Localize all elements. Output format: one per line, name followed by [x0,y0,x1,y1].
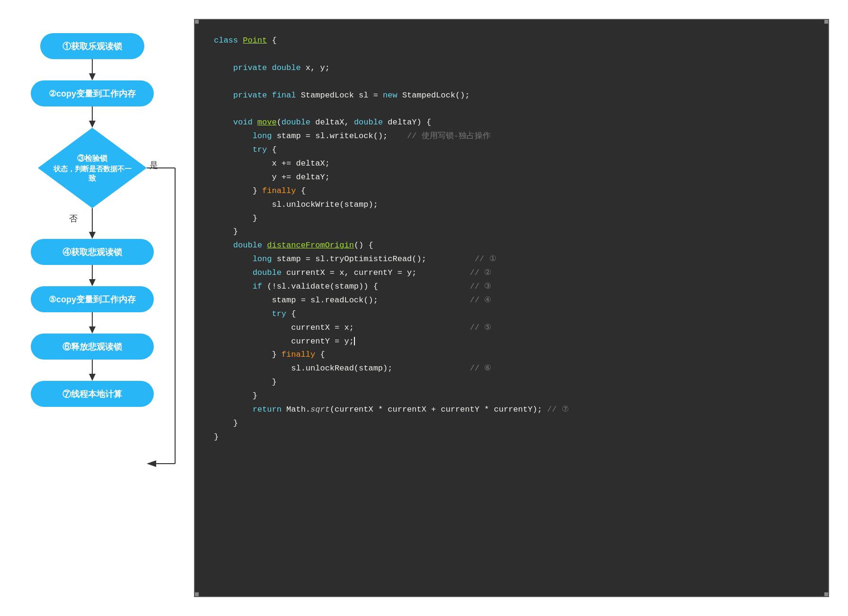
svg-marker-19 [89,232,96,239]
svg-marker-7 [89,121,96,128]
corner-marker-tr [824,19,829,24]
flowchart-svg: ①获取乐观读锁 ②copy变量到工作内存 ③检验锁 状态，判断是否数据不一 致 … [0,0,194,616]
svg-text:⑦线程本地计算: ⑦线程本地计算 [62,389,123,399]
svg-marker-31 [89,374,96,381]
code-panel: class Point { private double x, y; priva… [194,19,829,597]
svg-marker-27 [89,326,96,334]
side-marker-left [194,306,195,310]
svg-marker-3 [89,73,96,80]
svg-text:①获取乐观读锁: ①获取乐观读锁 [62,42,123,51]
svg-text:④获取悲观读锁: ④获取悲观读锁 [62,247,123,257]
svg-text:否: 否 [69,214,78,223]
svg-text:状态，判断是否数据不一: 状态，判断是否数据不一 [53,165,132,173]
svg-marker-16 [147,460,156,467]
side-marker-bottom [510,596,513,597]
side-marker-right [828,306,829,310]
corner-marker-br [824,592,829,597]
corner-marker-tl [194,19,199,24]
svg-text:②copy变量到工作内存: ②copy变量到工作内存 [49,88,136,98]
svg-text:③检验锁: ③检验锁 [77,154,108,162]
side-marker-top [510,19,513,20]
svg-text:⑥释放悲观读锁: ⑥释放悲观读锁 [62,342,123,352]
svg-text:⑤copy变量到工作内存: ⑤copy变量到工作内存 [49,294,136,304]
svg-marker-23 [89,279,96,286]
flowchart-panel: ①获取乐观读锁 ②copy变量到工作内存 ③检验锁 状态，判断是否数据不一 致 … [0,0,194,616]
corner-marker-bl [194,592,199,597]
code-block: class Point { private double x, y; priva… [214,34,809,444]
svg-text:致: 致 [88,174,97,182]
